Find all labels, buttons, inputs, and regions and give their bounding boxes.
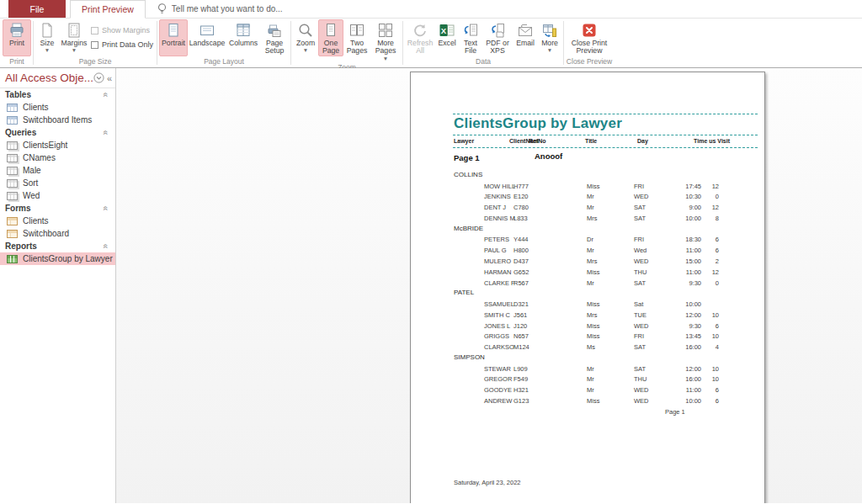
nav-item[interactable]: Male xyxy=(0,164,115,177)
table-icon xyxy=(7,103,18,112)
nav-item[interactable]: Clients xyxy=(0,215,115,227)
group-label-page-layout: Page Layout xyxy=(159,56,289,67)
nav-item[interactable]: Switchboard Items xyxy=(0,114,115,126)
portrait-page-icon xyxy=(165,22,182,39)
close-print-preview-button[interactable]: Close Print Preview xyxy=(566,19,613,56)
two-pages-button[interactable]: Two Pages xyxy=(343,19,370,56)
nav-section-header[interactable]: Forms« xyxy=(0,202,115,215)
one-page-icon xyxy=(322,22,339,39)
report-row: CLARKSOM124MsSAT16:004 xyxy=(453,342,758,353)
report-row: ANDREWG123MissWED10:006 xyxy=(453,396,758,407)
export-excel-button[interactable]: X Excel xyxy=(435,19,459,56)
report-group-label: COLLINS xyxy=(453,171,758,182)
page-size-icon xyxy=(39,22,56,39)
nav-item[interactable]: ClientsEight xyxy=(0,139,115,151)
group-label-page-size: Page Size xyxy=(35,56,155,67)
refresh-icon xyxy=(412,22,428,39)
text-file-icon xyxy=(462,22,479,39)
report-group-label: SIMPSON xyxy=(453,353,758,364)
ribbon-group-page-layout: Portrait Landscape Columns xyxy=(158,19,290,67)
landscape-button[interactable]: Landscape xyxy=(188,19,226,56)
margins-button[interactable]: Margins ▼ xyxy=(59,19,89,56)
report-row: MULEROD437MrsWED15:002 xyxy=(453,257,758,268)
navigation-pane: All Access Obje... « Tables«ClientsSwitc… xyxy=(0,68,116,503)
report-icon xyxy=(7,255,18,263)
nav-sections: Tables«ClientsSwitchboard ItemsQueries«C… xyxy=(0,88,115,265)
report-row: MOW HILLH777MissFRI17:4512 xyxy=(453,182,758,193)
report-row: GREGORF549MrTHU16:0010 xyxy=(453,374,758,385)
query-icon xyxy=(7,192,18,200)
group-separator xyxy=(402,21,403,65)
nav-menu-dropdown-icon[interactable] xyxy=(93,72,104,83)
nav-item[interactable]: Sort xyxy=(0,177,115,189)
tab-print-preview[interactable]: Print Preview xyxy=(70,0,146,19)
table-icon xyxy=(7,116,18,125)
nav-pane-header: All Access Obje... « xyxy=(0,68,115,88)
group-separator xyxy=(290,21,291,65)
more-export-button[interactable]: More ▼ xyxy=(538,19,561,56)
ribbon-group-data: Refresh All X Excel xyxy=(404,19,562,67)
page-setup-button[interactable]: Page Setup xyxy=(260,19,289,56)
printer-icon xyxy=(8,22,25,39)
nav-item[interactable]: Clients xyxy=(0,101,115,114)
col-header-day: Day xyxy=(637,138,648,144)
export-text-file-button[interactable]: Text File xyxy=(459,19,482,56)
portrait-button[interactable]: Portrait xyxy=(159,19,188,56)
size-button[interactable]: Size ▼ xyxy=(35,19,59,56)
dropdown-arrow: ▼ xyxy=(383,56,388,61)
columns-icon xyxy=(235,22,252,39)
query-icon xyxy=(7,154,18,162)
envelope-icon xyxy=(517,22,534,39)
nav-item[interactable]: Switchboard xyxy=(0,227,115,240)
two-pages-icon xyxy=(349,22,365,39)
group-separator xyxy=(157,21,157,65)
preview-area[interactable]: ClientsGroup by Lawyer Lawyer ClientNam … xyxy=(116,68,862,503)
ribbon-tab-bar: File Print Preview Tell me what you want… xyxy=(0,0,862,19)
print-data-only-checkbox[interactable]: Print Data Only xyxy=(91,40,153,49)
zoom-button[interactable]: Zoom ▼ xyxy=(293,19,318,56)
report-row: CLARKE FR567MrSAT9:300 xyxy=(453,279,758,289)
pdf-xps-icon xyxy=(489,22,506,39)
nav-item[interactable]: CNames xyxy=(0,151,115,164)
checkbox-box xyxy=(91,41,98,49)
more-export-icon xyxy=(541,22,558,39)
show-margins-checkbox[interactable]: Show Margins xyxy=(91,26,153,34)
page-setup-icon xyxy=(266,22,283,39)
nav-item[interactable]: Wed xyxy=(0,189,115,202)
nav-section-header[interactable]: Tables« xyxy=(0,88,115,101)
report-page-header: Page 1 Anooof xyxy=(453,148,758,171)
report-row: SMITH CJ561MrsTUE12:0010 xyxy=(453,310,758,321)
col-header-title: Title xyxy=(585,138,597,144)
tell-me-box[interactable]: Tell me what you want to do... xyxy=(157,0,283,18)
query-icon xyxy=(7,141,18,150)
tab-file[interactable]: File xyxy=(8,0,66,18)
export-pdf-xps-button[interactable]: PDF or XPS xyxy=(482,19,513,56)
nav-section-header[interactable]: Reports« xyxy=(0,240,115,252)
margins-icon xyxy=(66,22,82,39)
section-collapse-icon[interactable]: « xyxy=(102,93,111,98)
group-label-print: Print xyxy=(3,56,31,67)
nav-item[interactable]: ClientsGroup by Lawyer xyxy=(0,252,115,265)
ribbon-group-page-size: Size ▼ Margins ▼ Show Margins Print Dat xyxy=(35,19,156,67)
col-header-time-visit: Time us Visit xyxy=(694,138,730,144)
report-row: JENKINSE120MrWED10:300 xyxy=(453,192,758,203)
section-collapse-icon[interactable]: « xyxy=(102,130,111,135)
print-button[interactable]: Print xyxy=(3,19,31,56)
refresh-all-button[interactable]: Refresh All xyxy=(405,19,435,56)
section-collapse-icon[interactable]: « xyxy=(102,206,111,211)
one-page-button[interactable]: One Page xyxy=(318,19,343,56)
more-pages-button[interactable]: More Pages ▼ xyxy=(370,19,401,62)
dropdown-arrow: ▼ xyxy=(45,48,50,53)
form-icon xyxy=(7,230,18,238)
section-collapse-icon[interactable]: « xyxy=(102,244,111,249)
shutter-bar-close-icon[interactable]: « xyxy=(107,73,112,83)
report-group-header: Anooof xyxy=(535,151,562,161)
report-group-label: PATEL xyxy=(453,289,758,300)
report-page[interactable]: ClientsGroup by Lawyer Lawyer ClientNam … xyxy=(410,72,765,503)
more-pages-icon xyxy=(377,22,394,39)
form-icon xyxy=(7,217,18,225)
email-button[interactable]: Email xyxy=(513,19,538,56)
nav-section-header[interactable]: Queries« xyxy=(0,126,115,139)
columns-button[interactable]: Columns xyxy=(226,19,260,56)
group-separator xyxy=(563,21,564,65)
